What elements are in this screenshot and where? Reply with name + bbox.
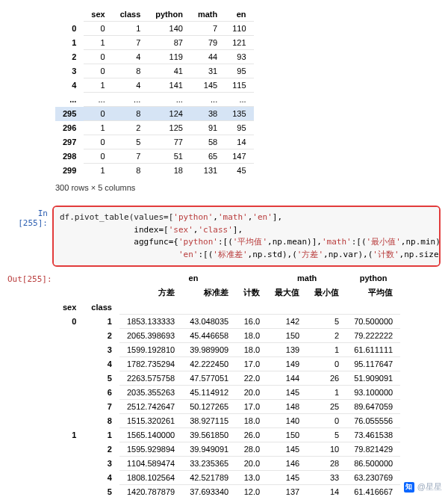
table-row: 81515.32026138.92711518.0140076.055556	[55, 413, 400, 427]
table-row: 414141145115	[55, 78, 254, 93]
sub-cnt: 计数	[236, 285, 267, 300]
table-row: 2950812438135	[55, 107, 254, 121]
pivot-table: en math python 方差 标准差 计数 最大值 最小值 平均值 sex…	[55, 271, 400, 497]
grp-en: en	[119, 271, 267, 285]
code-cell[interactable]: df.pivot_table(values=['python','math','…	[52, 206, 441, 267]
col-en: en	[225, 7, 253, 22]
table-row: 0011407110	[55, 22, 254, 36]
table-row: 31599.19281039.98990918.0139161.611111	[55, 342, 400, 356]
in-prompt: In [255]:	[7, 206, 52, 228]
table-row: 308413195	[55, 64, 254, 78]
table-row: 41808.10256442.52178913.01453363.230769	[55, 470, 400, 484]
col-class: class	[113, 7, 149, 22]
ellipsis-row: ..................	[55, 93, 254, 107]
table-row: 1178779121	[55, 36, 254, 50]
col-math: math	[190, 7, 225, 22]
sub-min: 最小值	[307, 285, 346, 300]
table-row: 21595.92989439.94909128.01451079.821429	[55, 442, 400, 456]
col-python: python	[148, 7, 190, 22]
table-row: 41782.73529442.22245017.0149095.117647	[55, 356, 400, 371]
sub-mean: 平均值	[346, 285, 400, 300]
watermark: 知 @星星	[404, 481, 442, 493]
table-row: 72512.74264750.12726517.01482589.647059	[55, 399, 400, 413]
table-row: 299181813145	[55, 164, 254, 178]
idx-sex: sex	[55, 300, 84, 314]
grp-math: math	[267, 271, 346, 285]
table-row: 31104.58947433.23536520.01462886.500000	[55, 456, 400, 470]
table-row: 111565.14000039.56185026.0150573.461538	[55, 427, 400, 442]
sub-std: 标准差	[182, 285, 236, 300]
df-preview-table: sex class python math en 001140711011787…	[55, 7, 254, 177]
table-row: 296121259195	[55, 121, 254, 135]
table-row: 29705775814	[55, 135, 254, 149]
df-shape-caption: 300 rows × 5 columns	[55, 183, 441, 192]
corner	[55, 7, 84, 22]
zhihu-logo-icon: 知	[404, 482, 414, 493]
table-row: 2041194493	[55, 50, 254, 64]
idx-class: class	[84, 300, 119, 314]
table-row: 298075165147	[55, 149, 254, 164]
table-row: 62035.35526345.11491220.0145193.100000	[55, 385, 400, 399]
watermark-text: @星星	[417, 481, 442, 493]
col-sex: sex	[84, 7, 112, 22]
table-row: 51420.78787937.69334012.01371461.416667	[55, 484, 400, 497]
out-prompt: Out[255]:	[7, 271, 52, 284]
prompt-empty	[7, 7, 52, 10]
table-row: 011853.13333343.04803516.0142570.500000	[55, 314, 400, 328]
table-row: 52263.57575847.57705122.01442651.909091	[55, 371, 400, 385]
sub-var: 方差	[119, 285, 182, 300]
grp-python: python	[346, 271, 400, 285]
table-row: 22065.39869345.44665818.0150279.222222	[55, 328, 400, 342]
sub-max: 最大值	[267, 285, 307, 300]
